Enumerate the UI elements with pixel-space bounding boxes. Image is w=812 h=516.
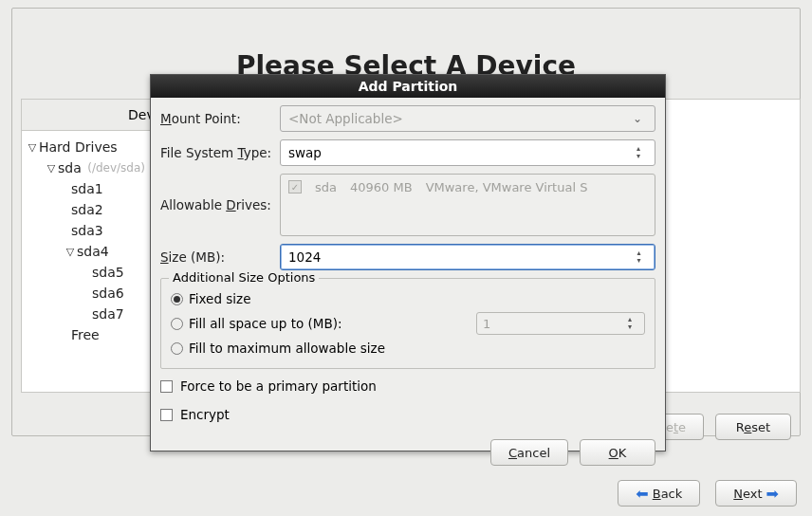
mount-point-combo[interactable]: <Not Applicable> ⌄: [280, 105, 655, 132]
radio-fill-up-to[interactable]: Fill all space up to (MB): 1 ▴▾: [171, 311, 645, 336]
wizard-nav-bar: ⬅Back ➡Next: [618, 480, 797, 507]
radio-icon: [171, 318, 183, 330]
checkbox-icon: [160, 409, 173, 421]
mount-point-label: Mount Point:: [160, 111, 280, 126]
arrow-right-icon: ➡: [766, 485, 779, 503]
expander-icon[interactable]: ▽: [64, 246, 77, 258]
next-button[interactable]: ➡Next: [715, 480, 797, 507]
fs-type-combo[interactable]: swap ▴▾: [280, 139, 655, 166]
dialog-title: Add Partition: [151, 75, 665, 98]
allowable-drives-list: ✓ sda 40960 MB VMware, VMware Virtual S: [280, 174, 655, 236]
arrow-left-icon: ⬅: [636, 485, 648, 503]
updown-icon: ▴▾: [630, 145, 647, 160]
expander-icon[interactable]: ▽: [26, 141, 39, 154]
device-path: (/dev/sda): [87, 161, 145, 175]
drive-checkbox: ✓: [288, 180, 302, 194]
fs-type-label: File System Type:: [160, 145, 280, 160]
radio-icon: [171, 293, 183, 305]
allowable-drives-label: Allowable Drives:: [160, 197, 280, 212]
reset-button[interactable]: Reset: [715, 414, 791, 440]
radio-fixed-size[interactable]: Fixed size: [171, 286, 645, 311]
spinner-icon: ▴▾: [621, 316, 638, 331]
checkbox-icon: [160, 380, 173, 393]
drive-name: sda: [315, 180, 337, 194]
back-button[interactable]: ⬅Back: [618, 480, 700, 507]
add-partition-dialog: Add Partition Mount Point: <Not Applicab…: [150, 74, 666, 452]
fill-up-to-input: 1 ▴▾: [476, 312, 645, 335]
primary-checkbox-row[interactable]: Force to be a primary partition: [160, 375, 655, 397]
ok-button[interactable]: OK: [580, 439, 655, 466]
radio-fill-max[interactable]: Fill to maximum allowable size: [171, 336, 645, 360]
cancel-button[interactable]: Cancel: [490, 439, 568, 466]
drive-desc: VMware, VMware Virtual S: [426, 180, 588, 194]
encrypt-checkbox-row[interactable]: Encrypt: [160, 403, 655, 426]
spinner-icon[interactable]: ▴▾: [631, 249, 647, 265]
expander-icon[interactable]: ▽: [45, 162, 58, 175]
size-options-legend: Additional Size Options: [169, 270, 319, 285]
size-options-fieldset: Additional Size Options Fixed size Fill …: [160, 278, 655, 369]
dialog-actions: Cancel OK: [151, 433, 665, 475]
radio-icon: [171, 342, 183, 355]
size-field[interactable]: [288, 249, 631, 265]
size-input[interactable]: ▴▾: [280, 244, 655, 270]
chevron-down-icon: ⌄: [628, 112, 647, 125]
size-label: Size (MB):: [160, 249, 280, 265]
drive-size: 40960 MB: [350, 180, 413, 194]
